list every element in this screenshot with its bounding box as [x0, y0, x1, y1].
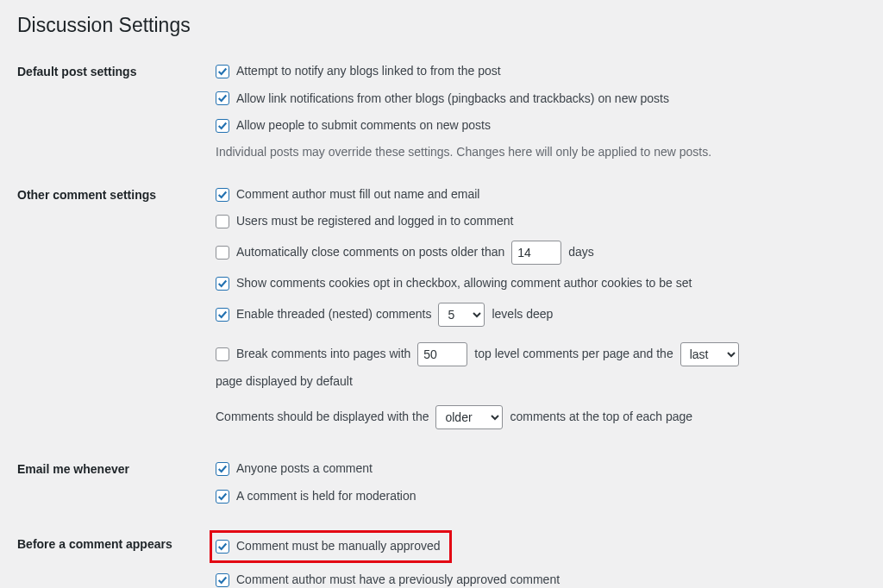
label-break-post: page displayed by default: [216, 373, 353, 391]
label-display-pre: Comments should be displayed with the: [216, 409, 429, 426]
section-heading-default-post: Default post settings: [17, 56, 207, 166]
checkbox-allow-pingbacks[interactable]: [216, 91, 229, 105]
label-prev-approved[interactable]: Comment author must have a previously ap…: [236, 572, 560, 588]
default-post-note: Individual posts may override these sett…: [216, 145, 857, 159]
label-break-pre[interactable]: Break comments into pages with: [236, 346, 410, 363]
label-auto-close-pre[interactable]: Automatically close comments on posts ol…: [236, 244, 504, 261]
select-display-order[interactable]: older: [435, 405, 503, 429]
checkbox-allow-comments[interactable]: [216, 119, 229, 133]
checkbox-cookies-opt[interactable]: [216, 277, 229, 291]
label-held-moderation[interactable]: A comment is held for moderation: [236, 488, 416, 505]
checkbox-prev-approved[interactable]: [216, 573, 229, 587]
label-threaded-pre[interactable]: Enable threaded (nested) comments: [236, 306, 431, 323]
highlighted-manual-approve: Comment must be manually approved: [210, 530, 452, 563]
label-anyone-posts[interactable]: Anyone posts a comment: [236, 460, 373, 478]
section-heading-other-comment: Other comment settings: [17, 166, 207, 436]
checkbox-notify-blogs[interactable]: [216, 65, 229, 78]
checkbox-auto-close[interactable]: [216, 246, 229, 260]
label-break-mid: top level comments per page and the: [474, 346, 673, 363]
input-comments-per-page[interactable]: [417, 342, 467, 366]
label-fill-name-email[interactable]: Comment author must fill out name and em…: [236, 186, 479, 203]
section-heading-before-appears: Before a comment appears: [17, 511, 207, 588]
label-allow-comments[interactable]: Allow people to submit comments on new p…: [236, 117, 491, 134]
checkbox-must-register[interactable]: [216, 215, 229, 228]
label-must-register[interactable]: Users must be registered and logged in t…: [236, 213, 513, 230]
settings-table: Default post settings Attempt to notify …: [17, 56, 866, 588]
select-threaded-levels[interactable]: 5: [438, 303, 485, 327]
section-heading-email-me: Email me whenever: [17, 436, 207, 511]
label-manual-approve[interactable]: Comment must be manually approved: [236, 538, 441, 555]
label-auto-close-post: days: [568, 244, 594, 261]
select-default-page[interactable]: last: [680, 342, 739, 366]
checkbox-threaded[interactable]: [216, 308, 229, 322]
page-title: Discussion Settings: [17, 14, 866, 37]
label-display-post: comments at the top of each page: [510, 409, 692, 426]
checkbox-anyone-posts[interactable]: [216, 462, 229, 476]
checkbox-manual-approve[interactable]: [216, 540, 229, 554]
checkbox-break-pages[interactable]: [216, 347, 229, 361]
checkbox-held-moderation[interactable]: [216, 490, 229, 504]
label-allow-pingbacks[interactable]: Allow link notifications from other blog…: [236, 91, 669, 108]
label-threaded-post: levels deep: [492, 306, 553, 323]
label-cookies-opt[interactable]: Show comments cookies opt in checkbox, a…: [236, 275, 692, 292]
label-notify-blogs[interactable]: Attempt to notify any blogs linked to fr…: [236, 63, 501, 80]
input-auto-close-days[interactable]: [511, 241, 561, 265]
checkbox-fill-name-email[interactable]: [216, 188, 229, 202]
